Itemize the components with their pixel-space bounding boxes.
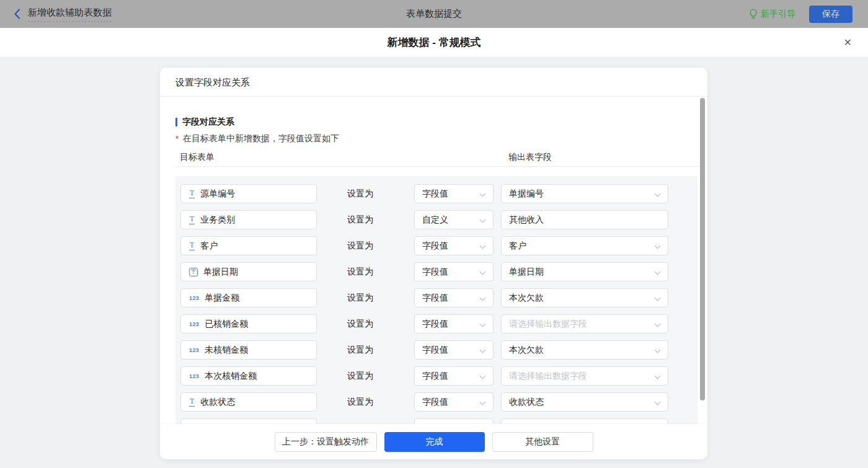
source-field-box: 123 本次核销金额 <box>180 366 317 386</box>
mode-select[interactable]: 字段值 <box>414 340 494 360</box>
mode-select[interactable]: 字段值 <box>414 366 494 386</box>
output-select[interactable]: 请选择输出数据字段 <box>501 366 668 386</box>
set-as-label: 设置为 <box>347 262 373 281</box>
number-field-icon: 123 <box>189 373 199 379</box>
column-headers: 目标表单 输出表字段 <box>175 152 704 167</box>
guide-link[interactable]: 新手引导 <box>749 9 795 20</box>
mode-select-value: 字段值 <box>422 319 448 330</box>
set-as-label: 设置为 <box>347 366 373 386</box>
chevron-down-icon <box>655 321 661 327</box>
mode-select[interactable]: 字段值 <box>414 236 494 255</box>
source-field-label: 本次核销金额 <box>205 371 257 382</box>
output-select[interactable]: 收款状态 <box>501 392 668 412</box>
mode-select[interactable]: 字段值 <box>414 314 494 333</box>
mapping-row: T 源单编号 设置为 字段值 单据编号 <box>175 184 698 203</box>
chevron-down-icon <box>480 191 486 197</box>
output-select[interactable]: 客户 <box>501 236 668 255</box>
mode-select[interactable]: 自定义 <box>414 210 494 229</box>
save-button[interactable]: 保存 <box>809 6 852 23</box>
chevron-down-icon <box>480 373 486 379</box>
section-note: *在目标表单中新增数据，字段值设置如下 <box>175 133 339 144</box>
text-field-icon: T <box>189 216 195 224</box>
output-value: 单据日期 <box>509 267 544 278</box>
mode-select[interactable]: 字段值 <box>414 288 494 307</box>
prev-step-button[interactable]: 上一步：设置触发动作 <box>275 432 377 452</box>
output-select[interactable]: 本次欠款 <box>501 288 668 307</box>
set-as-label: 设置为 <box>347 210 373 229</box>
set-as-label: 设置为 <box>347 314 373 333</box>
card-content: 字段对应关系 *在目标表单中新增数据，字段值设置如下 目标表单 输出表字段 T … <box>160 97 707 424</box>
mode-select[interactable]: 字段值 <box>414 184 494 203</box>
add-data-modal: 新增数据 - 常规模式 ✕ 设置字段对应关系 字段对应关系 *在目标表单中新增数… <box>0 28 868 468</box>
source-field-box <box>180 418 317 424</box>
mapping-row: T 业务类别 设置为 自定义 其他收入 <box>175 210 698 229</box>
card-header: 设置字段对应关系 <box>160 68 707 97</box>
set-as-label: 设置为 <box>347 392 373 412</box>
output-value: 请选择输出数据字段 <box>509 319 587 330</box>
date-field-icon: 7 <box>189 268 198 276</box>
topbar: 新增收款辅助表数据 表单数据提交 新手引导 保存 <box>0 0 868 28</box>
section-marker <box>175 118 177 126</box>
required-mark: * <box>175 134 179 143</box>
workflow-title[interactable]: 新增收款辅助表数据 <box>28 7 112 22</box>
mode-select-value: 字段值 <box>422 188 448 200</box>
close-icon[interactable]: ✕ <box>844 38 852 48</box>
mode-select-value: 字段值 <box>422 293 448 304</box>
done-button[interactable]: 完成 <box>384 432 485 452</box>
source-field-box: T 源单编号 <box>180 184 317 203</box>
mode-select[interactable]: 字段值 <box>414 262 494 281</box>
output-select[interactable] <box>501 418 668 424</box>
number-field-icon: 123 <box>189 347 199 353</box>
source-field-label: 业务类别 <box>200 214 235 226</box>
output-select[interactable]: 单据编号 <box>501 184 668 203</box>
chevron-down-icon <box>480 295 486 301</box>
source-field-label: 源单编号 <box>200 188 235 200</box>
chevron-down-icon <box>655 347 661 353</box>
modal-footer: 上一步：设置触发动作 完成 其他设置 <box>160 424 707 459</box>
section-title: 字段对应关系 <box>175 117 234 128</box>
mapping-row: 123 已核销金额 设置为 字段值 请选择输出数据字段 <box>175 314 698 333</box>
source-field-label: 收款状态 <box>200 397 235 408</box>
source-field-label: 已核销金额 <box>205 319 248 330</box>
chevron-left-icon <box>14 9 20 19</box>
set-as-label: 设置为 <box>347 184 373 203</box>
source-field-box: 123 已核销金额 <box>180 314 317 333</box>
output-input[interactable]: 其他收入 <box>501 210 668 229</box>
back-button[interactable] <box>14 9 20 19</box>
scrollbar-thumb[interactable] <box>700 98 705 400</box>
other-settings-button[interactable]: 其他设置 <box>492 432 593 452</box>
mapping-row: 123 未核销金额 设置为 字段值 本次欠款 <box>175 340 698 360</box>
output-value: 请选择输出数据字段 <box>509 371 587 382</box>
mode-select[interactable]: 字段值 <box>414 392 494 412</box>
mapping-row: T 收款状态 设置为 字段值 收款状态 <box>175 392 698 412</box>
number-field-icon: 123 <box>189 295 199 301</box>
output-value: 本次欠款 <box>509 293 544 304</box>
mode-select-value: 字段值 <box>422 267 448 278</box>
output-select[interactable]: 请选择输出数据字段 <box>501 314 668 333</box>
output-value: 本次欠款 <box>509 345 544 356</box>
mapping-card: 设置字段对应关系 字段对应关系 *在目标表单中新增数据，字段值设置如下 目标表单… <box>160 68 707 459</box>
set-as-label: 设置为 <box>347 340 373 360</box>
mapping-row: 7 单据日期 设置为 字段值 单据日期 <box>175 262 698 281</box>
set-as-label: 设置为 <box>347 236 373 255</box>
mapping-row: 123 单据金额 设置为 字段值 本次欠款 <box>175 288 698 307</box>
column-header-target-form: 目标表单 <box>180 152 215 163</box>
source-field-label: 未核销金额 <box>205 345 248 356</box>
chevron-down-icon <box>480 321 486 327</box>
output-select[interactable]: 单据日期 <box>501 262 668 281</box>
column-header-output-fields: 输出表字段 <box>508 152 552 163</box>
source-field-label: 单据日期 <box>203 267 238 278</box>
mode-select-value: 自定义 <box>422 214 448 226</box>
number-field-icon: 123 <box>189 321 199 327</box>
output-value: 收款状态 <box>509 397 544 408</box>
source-field-box: 123 未核销金额 <box>180 340 317 360</box>
mode-select-value: 字段值 <box>422 397 448 408</box>
output-select[interactable]: 本次欠款 <box>501 340 668 360</box>
source-field-box: 7 单据日期 <box>180 262 317 281</box>
output-value: 单据编号 <box>509 188 544 200</box>
mode-select[interactable] <box>414 418 494 424</box>
section-title-label: 字段对应关系 <box>182 117 234 128</box>
chevron-down-icon <box>655 373 661 379</box>
output-value: 客户 <box>509 241 526 252</box>
chevron-down-icon <box>655 243 661 249</box>
